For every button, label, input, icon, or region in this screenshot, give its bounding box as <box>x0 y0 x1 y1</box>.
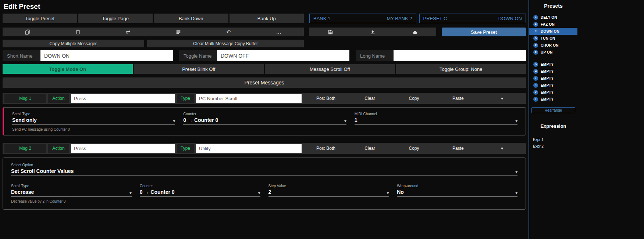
long-name-group: Long Name <box>356 50 526 61</box>
msg1-type-label[interactable]: Type <box>177 94 194 103</box>
msg2-scroll-type-value: Decrease <box>11 189 34 195</box>
chevron-down-icon: ▾ <box>258 191 260 195</box>
msg2-counter-select[interactable]: 0 → Counter 0 ▾ <box>140 189 260 197</box>
msg2-scroll-type-select[interactable]: Decrease ▾ <box>11 189 132 197</box>
preset-item-g[interactable]: G EMPTY <box>529 61 577 68</box>
message-scroll-button[interactable]: Message Scroll Off <box>265 64 395 74</box>
top-row: Toggle Preset Toggle Page Bank Down Bank… <box>3 14 526 23</box>
copy-button[interactable] <box>3 28 53 36</box>
msg2-counter-field: Counter 0 → Counter 0 ▾ <box>140 184 260 203</box>
msg1-label-button[interactable]: Msg 1 <box>4 94 46 103</box>
msg2-helper-text: Decrease value by 2 in Counter 0 <box>11 199 132 203</box>
preset-item-a[interactable]: A DELY ON <box>529 14 577 21</box>
clear-copy-buffer-button[interactable]: Clear Multi Message Copy Buffer <box>147 40 304 47</box>
msg2-row-actions: Pos: Both Clear Copy Paste ▾ <box>304 146 524 151</box>
preset-item-j[interactable]: J EMPTY <box>529 82 577 89</box>
cloud-button[interactable] <box>394 28 436 36</box>
expr2-item[interactable]: Expr 2 <box>529 143 577 149</box>
msg2-wrap-around-label: Wrap-around <box>397 184 517 188</box>
presets-sidebar: Presets A DELY ON B FAZ ON C DOWN ON D T… <box>529 0 644 239</box>
bank-down-button[interactable]: Bank Down <box>154 14 228 23</box>
app-root: Edit Preset Toggle Preset Toggle Page Ba… <box>0 0 644 239</box>
msg1-fields: Scroll Type Send only ▾ Send PC message … <box>12 112 517 131</box>
msg1-collapse-caret[interactable]: ▾ <box>480 96 524 101</box>
msg1-row: Msg 1 Action Type Pos: Both Clear Copy P… <box>3 93 526 104</box>
preset-badge: F <box>533 50 538 55</box>
msg2-label-button[interactable]: Msg 2 <box>4 144 46 153</box>
msg2-pos-toggle[interactable]: Pos: Both <box>304 146 348 151</box>
swap-button[interactable]: ⇄ <box>103 28 153 36</box>
msg2-select-option-label: Select Option <box>11 163 517 167</box>
msg2-wrap-around-select[interactable]: No ▾ <box>397 189 517 197</box>
msg1-row-actions: Pos: Both Clear Copy Paste ▾ <box>304 96 524 101</box>
short-name-input[interactable] <box>40 50 173 61</box>
msg1-copy-button[interactable]: Copy <box>392 96 436 101</box>
msg1-action-input[interactable] <box>71 94 175 103</box>
preset-item-c[interactable]: C DOWN ON <box>529 28 577 35</box>
bank-up-button[interactable]: Bank Up <box>230 14 304 23</box>
preset-badge: C <box>533 29 538 34</box>
msg1-counter-select[interactable]: 0 → Counter 0 ▾ <box>183 117 346 125</box>
preset-name: EMPTY <box>541 90 554 94</box>
toggle-mode-button[interactable]: Toggle Mode On <box>3 64 133 74</box>
preset-item-e[interactable]: E CHOR ON <box>529 42 577 49</box>
preset-item-b[interactable]: B FAZ ON <box>529 21 577 28</box>
msg1-pos-toggle[interactable]: Pos: Both <box>304 96 348 101</box>
chevron-down-icon: ▾ <box>515 119 517 123</box>
msg2-copy-button[interactable]: Copy <box>392 146 436 151</box>
more-button[interactable]: … <box>254 28 304 36</box>
msg1-midi-channel-label: MIDI Channel <box>355 112 517 116</box>
msg1-type-input[interactable] <box>196 94 302 103</box>
toggle-page-button[interactable]: Toggle Page <box>78 14 153 23</box>
page-title: Edit Preset <box>3 0 526 11</box>
copy-multiple-messages-button[interactable]: Copy Multiple Messages <box>3 40 144 47</box>
msg1-clear-button[interactable]: Clear <box>348 96 392 101</box>
preset-item-d[interactable]: D TUN ON <box>529 35 577 42</box>
toggle-group-button[interactable]: Toggle Group: None <box>396 64 526 74</box>
msg2-action-input[interactable] <box>71 144 175 153</box>
msg2-clear-button[interactable]: Clear <box>348 146 392 151</box>
align-messages-button[interactable] <box>153 28 204 36</box>
msg2-paste-button[interactable]: Paste <box>436 146 480 151</box>
preset-selector[interactable]: PRESET C DOWN ON <box>419 14 526 23</box>
paste-button[interactable] <box>53 28 103 36</box>
preset-item-f[interactable]: F UP ON <box>529 49 577 56</box>
msg2-type-label[interactable]: Type <box>177 144 194 153</box>
msg2-collapse-caret[interactable]: ▾ <box>480 146 524 151</box>
msg2-type-input[interactable] <box>196 144 302 153</box>
preset-badge: E <box>533 43 538 48</box>
preset-item-i[interactable]: I EMPTY <box>529 75 577 82</box>
preset-item-k[interactable]: K EMPTY <box>529 89 577 96</box>
msg2-scroll-type-field: Scroll Type Decrease ▾ Decrease value by… <box>11 184 132 203</box>
presets-sidebar-inner: Presets A DELY ON B FAZ ON C DOWN ON D T… <box>529 3 577 149</box>
msg1-scroll-type-select[interactable]: Send only ▾ <box>12 117 175 125</box>
copy-buffer-row: Copy Multiple Messages Clear Multi Messa… <box>3 40 526 47</box>
undo-button[interactable]: ↶ <box>203 28 254 36</box>
presets-title: Presets <box>529 3 577 9</box>
msg1-paste-button[interactable]: Paste <box>436 96 480 101</box>
msg2-select-option-select[interactable]: Set Scroll Counter Values ▾ <box>11 168 517 176</box>
save-button[interactable] <box>309 28 352 36</box>
msg1-midi-channel-select[interactable]: 1 ▾ <box>355 117 517 125</box>
save-preset-button[interactable]: Save Preset <box>442 28 526 36</box>
bank-selector[interactable]: BANK 1 MY BANK 2 <box>309 14 416 23</box>
upload-button[interactable] <box>352 28 394 36</box>
toggle-name-input[interactable] <box>217 50 349 61</box>
toggle-preset-button[interactable]: Toggle Preset <box>3 14 77 23</box>
msg1-counter-value: 0 → Counter 0 <box>183 117 218 123</box>
preset-item-l[interactable]: L EMPTY <box>529 96 577 103</box>
preset-item-h[interactable]: H EMPTY <box>529 68 577 75</box>
long-name-input[interactable] <box>394 50 526 61</box>
msg2-select-option-field: Select Option Set Scroll Counter Values … <box>11 163 517 176</box>
preset-blink-button[interactable]: Preset Blink Off <box>134 64 264 74</box>
preset-name: DELY ON <box>541 15 557 19</box>
mode-toggles-row: Toggle Mode On Preset Blink Off Message … <box>3 64 526 74</box>
short-name-group: Short Name <box>3 50 173 61</box>
msg2-action-label[interactable]: Action <box>48 144 69 153</box>
msg1-action-label[interactable]: Action <box>48 94 69 103</box>
msg1-midi-channel-value: 1 <box>355 117 357 123</box>
expr1-item[interactable]: Expr 1 <box>529 136 577 143</box>
preset-name: EMPTY <box>541 83 554 87</box>
msg2-step-value-select[interactable]: 2 ▾ <box>268 189 389 197</box>
rearrange-button[interactable]: Rearrange <box>531 107 575 113</box>
